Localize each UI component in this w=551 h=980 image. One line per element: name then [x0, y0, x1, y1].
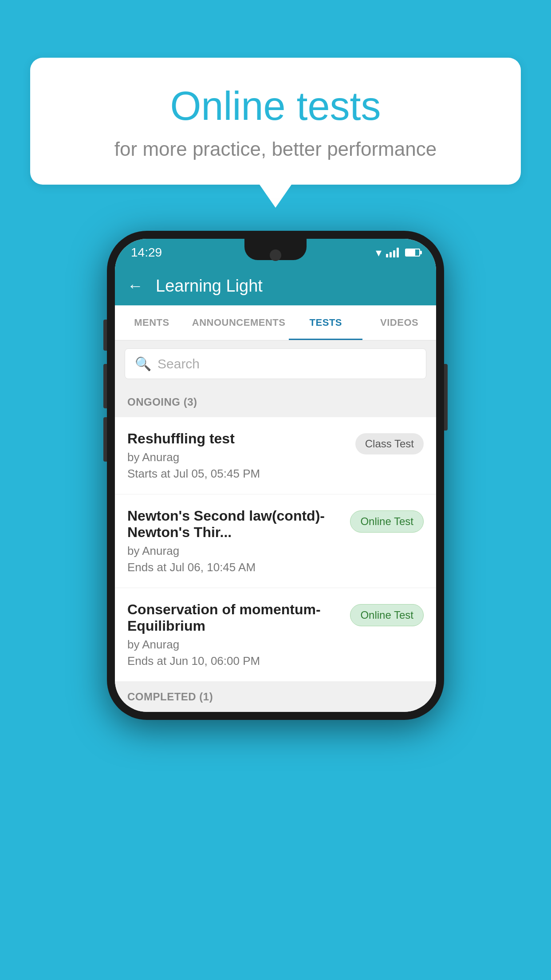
signal-icon [386, 248, 399, 257]
test-author-reshuffling: by Anurag [127, 450, 346, 464]
test-item-reshuffling[interactable]: Reshuffling test by Anurag Starts at Jul… [115, 417, 436, 494]
test-date-reshuffling: Starts at Jul 05, 05:45 PM [127, 467, 346, 481]
test-author-conservation: by Anurag [127, 638, 341, 652]
search-container: 🔍 Search [115, 340, 436, 387]
tabs-bar: MENTS ANNOUNCEMENTS TESTS VIDEOS [115, 305, 436, 340]
completed-section-header: COMPLETED (1) [115, 682, 436, 712]
test-date-newtons: Ends at Jul 06, 10:45 AM [127, 561, 341, 574]
test-info-newtons: Newton's Second law(contd)-Newton's Thir… [127, 508, 341, 574]
test-date-conservation: Ends at Jun 10, 06:00 PM [127, 654, 341, 668]
tests-list: Reshuffling test by Anurag Starts at Jul… [115, 417, 436, 682]
status-icons: ▾ [376, 246, 420, 260]
search-box[interactable]: 🔍 Search [125, 348, 426, 379]
ongoing-section-header: ONGOING (3) [115, 387, 436, 417]
test-item-newtons[interactable]: Newton's Second law(contd)-Newton's Thir… [115, 494, 436, 588]
back-button[interactable]: ← [127, 277, 143, 295]
battery-icon [405, 249, 420, 257]
test-info-conservation: Conservation of momentum-Equilibrium by … [127, 601, 341, 668]
search-input[interactable]: Search [157, 356, 200, 371]
status-time: 14:29 [131, 245, 162, 260]
app-header: ← Learning Light [115, 266, 436, 305]
volume-up-button [103, 320, 107, 351]
phone-mockup: 14:29 ▾ [107, 231, 444, 720]
phone-screen: 14:29 ▾ [115, 239, 436, 712]
bubble-subtitle: for more practice, better performance [66, 138, 485, 160]
test-badge-newtons: Online Test [350, 510, 424, 533]
power-button-right [444, 364, 448, 431]
test-item-conservation[interactable]: Conservation of momentum-Equilibrium by … [115, 588, 436, 682]
test-name-newtons: Newton's Second law(contd)-Newton's Thir… [127, 508, 341, 541]
search-icon: 🔍 [135, 356, 151, 371]
test-badge-reshuffling: Class Test [355, 433, 424, 454]
tab-announcements[interactable]: ANNOUNCEMENTS [189, 305, 289, 340]
test-badge-conservation: Online Test [350, 604, 424, 626]
phone-notch [244, 239, 307, 260]
bubble-title: Online tests [66, 84, 485, 128]
tab-tests[interactable]: TESTS [289, 305, 362, 340]
speech-bubble-container: Online tests for more practice, better p… [30, 58, 521, 185]
phone-frame: 14:29 ▾ [107, 231, 444, 720]
volume-down-button [103, 364, 107, 408]
test-name-reshuffling: Reshuffling test [127, 431, 346, 447]
wifi-icon: ▾ [376, 246, 382, 260]
app-title: Learning Light [156, 277, 263, 296]
test-info-reshuffling: Reshuffling test by Anurag Starts at Jul… [127, 431, 346, 481]
test-name-conservation: Conservation of momentum-Equilibrium [127, 601, 341, 634]
power-button-left [103, 417, 107, 462]
tab-ments[interactable]: MENTS [115, 305, 189, 340]
front-camera [270, 249, 281, 261]
speech-bubble: Online tests for more practice, better p… [30, 58, 521, 185]
test-author-newtons: by Anurag [127, 544, 341, 558]
tab-videos[interactable]: VIDEOS [362, 305, 436, 340]
